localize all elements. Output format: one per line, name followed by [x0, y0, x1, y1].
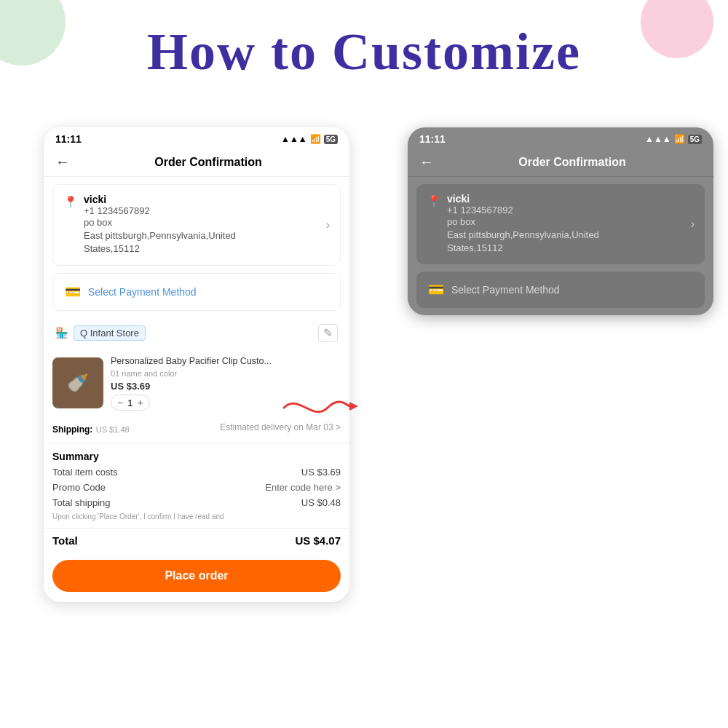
nav-bar-right: ← Order Confirmation — [408, 148, 713, 177]
store-name: Q Infant Store — [74, 325, 146, 341]
address-header-right: 📍 vicki +1 1234567892 po box East pittsb… — [427, 193, 695, 256]
location-icon: 📍 — [63, 195, 78, 209]
address-info-right: vicki +1 1234567892 po box East pittsbur… — [447, 193, 599, 256]
page-title: How to Customize — [0, 22, 728, 82]
address-line1: po box — [84, 216, 236, 229]
address-line1-right: po box — [447, 215, 599, 229]
item-costs-label: Total item costs — [52, 467, 118, 478]
store-icon: 🏪 — [55, 327, 68, 339]
address-chevron-right: › — [691, 218, 695, 231]
total-shipping-value: US $0.48 — [301, 497, 341, 508]
address-card-right[interactable]: 📍 vicki +1 1234567892 po box East pittsb… — [416, 184, 705, 264]
summary-promo[interactable]: Promo Code Enter code here > — [52, 482, 341, 493]
payment-icon-left: 💳 — [65, 284, 81, 300]
wifi-icon-right: 📶 — [674, 134, 685, 144]
promo-label: Promo Code — [52, 482, 106, 493]
recipient-name-right: vicki — [447, 193, 599, 205]
network-badge-right: 5G — [688, 135, 702, 144]
nav-bar-left: ← Order Confirmation — [44, 148, 349, 177]
recipient-phone-right: +1 1234567892 — [447, 205, 599, 215]
address-line2-right: East pittsburgh,Pennsylvania,United — [447, 229, 599, 242]
summary-shipping: Total shipping US $0.48 — [52, 497, 341, 508]
address-line2: East pittsburgh,Pennsylvania,United — [84, 229, 236, 242]
payment-icon-right: 💳 — [428, 282, 444, 298]
item-costs-value: US $3.69 — [301, 467, 341, 478]
signal-icon-right: ▲▲▲ — [645, 134, 671, 144]
arrow-annotation — [277, 386, 364, 430]
edit-note-icon[interactable]: ✎ — [318, 324, 338, 342]
status-bar-left: 11:11 ▲▲▲ 📶 5G — [44, 127, 349, 148]
address-chevron: › — [326, 218, 330, 232]
recipient-phone: +1 1234567892 — [84, 205, 236, 216]
back-button-left[interactable]: ← — [55, 154, 70, 170]
qty-minus[interactable]: − — [117, 397, 123, 408]
shipping-label: Shipping: — [52, 424, 92, 435]
payment-row-right[interactable]: 💳 Select Payment Method — [416, 272, 705, 308]
promo-value[interactable]: Enter code here > — [265, 482, 341, 493]
left-phone: 11:11 ▲▲▲ 📶 5G ← Order Confirmation 📍 vi… — [44, 127, 349, 602]
recipient-name: vicki — [84, 194, 236, 205]
product-sku: 01 name and color — [111, 369, 341, 378]
wifi-icon: 📶 — [310, 134, 321, 144]
total-shipping-label: Total shipping — [52, 497, 111, 508]
shipping-cost: US $1.48 — [96, 425, 130, 434]
time-left: 11:11 — [55, 133, 82, 145]
address-card-left[interactable]: 📍 vicki +1 1234567892 po box East pittsb… — [52, 184, 341, 266]
total-label: Total — [52, 534, 78, 547]
qty-value: 1 — [127, 397, 132, 408]
summary-title: Summary — [52, 451, 341, 462]
time-right: 11:11 — [419, 133, 446, 145]
status-icons-right: ▲▲▲ 📶 5G — [645, 134, 702, 144]
quantity-control[interactable]: − 1 + — [111, 395, 150, 411]
right-phone: 11:11 ▲▲▲ 📶 5G ← Order Confirmation 📍 vi… — [408, 127, 713, 315]
summary-section: Summary Total item costs US $3.69 Promo … — [44, 443, 349, 528]
payment-label-right: Select Payment Method — [451, 284, 560, 296]
payment-label-left: Select Payment Method — [88, 286, 197, 298]
order-confirmation-title-right: Order Confirmation — [443, 156, 702, 169]
status-bar-right: 11:11 ▲▲▲ 📶 5G — [408, 127, 713, 148]
status-icons-left: ▲▲▲ 📶 5G — [281, 134, 338, 144]
address-header: 📍 vicki +1 1234567892 po box East pittsb… — [63, 194, 330, 256]
order-confirmation-title-left: Order Confirmation — [79, 156, 338, 169]
address-line3-right: States,15112 — [447, 242, 599, 255]
signal-icon: ▲▲▲ — [281, 134, 307, 144]
product-image: 🍼 — [52, 357, 103, 408]
summary-item-costs: Total item costs US $3.69 — [52, 467, 341, 478]
place-order-button[interactable]: Place order — [52, 560, 341, 592]
total-value: US $4.07 — [295, 534, 341, 547]
qty-plus[interactable]: + — [137, 397, 143, 408]
product-img-inner: 🍼 — [52, 357, 103, 408]
total-row: Total US $4.07 — [44, 528, 349, 553]
store-row: 🏪 Q Infant Store ✎ — [52, 318, 341, 348]
address-line3: States,15112 — [84, 242, 236, 256]
svg-marker-0 — [349, 402, 358, 411]
disclaimer-text: Upon clicking 'Place Order', I confirm I… — [52, 513, 341, 521]
payment-row-left[interactable]: 💳 Select Payment Method — [52, 273, 341, 311]
location-icon-right: 📍 — [427, 194, 441, 208]
product-name: Personalized Baby Pacifier Clip Custo... — [111, 355, 341, 368]
back-button-right[interactable]: ← — [419, 154, 434, 170]
address-info: vicki +1 1234567892 po box East pittsbur… — [84, 194, 236, 256]
network-badge: 5G — [324, 135, 338, 144]
